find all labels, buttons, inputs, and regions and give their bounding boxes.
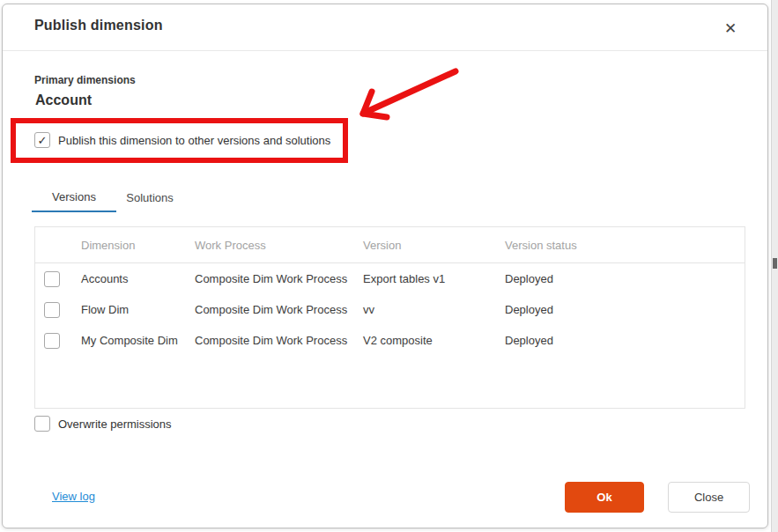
view-log-link[interactable]: View log bbox=[52, 490, 95, 503]
cell-version-status: Deployed bbox=[505, 325, 745, 356]
cell-version: vv bbox=[363, 294, 505, 325]
cell-version-status: Deployed bbox=[505, 294, 745, 325]
overwrite-permissions-row: Overwrite permissions bbox=[34, 416, 172, 432]
versions-table: Dimension Work Process Version Version s… bbox=[34, 226, 745, 409]
publish-dimension-dialog: Publish dimension ✕ Primary dimensions A… bbox=[2, 4, 768, 528]
table-row: Flow Dim Composite Dim Work Process vv D… bbox=[35, 294, 745, 325]
cell-dimension: My Composite Dim bbox=[81, 325, 195, 356]
close-icon[interactable]: ✕ bbox=[718, 16, 743, 41]
col-header-dimension: Dimension bbox=[81, 227, 195, 263]
cell-work-process: Composite Dim Work Process bbox=[195, 263, 363, 295]
header-checkbox-col bbox=[35, 227, 81, 263]
cell-dimension: Accounts bbox=[81, 263, 195, 295]
cell-work-process: Composite Dim Work Process bbox=[195, 294, 363, 325]
dimension-name: Account bbox=[35, 92, 92, 108]
cell-version-status: Deployed bbox=[505, 263, 745, 295]
window-scrollbar[interactable] bbox=[771, 0, 778, 532]
cell-version: Export tables v1 bbox=[363, 263, 505, 295]
scrollbar-thumb[interactable] bbox=[773, 258, 777, 269]
col-header-work-process: Work Process bbox=[195, 227, 363, 263]
publish-checkbox-label: Publish this dimension to other versions… bbox=[58, 134, 330, 147]
publish-checkbox[interactable]: ✓ bbox=[34, 132, 50, 148]
table-row: My Composite Dim Composite Dim Work Proc… bbox=[35, 325, 745, 356]
dialog-header: Publish dimension ✕ bbox=[3, 4, 767, 51]
table-row: Accounts Composite Dim Work Process Expo… bbox=[35, 263, 745, 295]
row-checkbox[interactable] bbox=[44, 302, 60, 318]
cell-work-process: Composite Dim Work Process bbox=[195, 325, 363, 356]
table-header-row: Dimension Work Process Version Version s… bbox=[35, 227, 745, 263]
row-checkbox[interactable] bbox=[44, 333, 60, 349]
col-header-version-status: Version status bbox=[505, 227, 745, 263]
tab-strip: Versions Solutions bbox=[32, 182, 183, 212]
overwrite-permissions-label: Overwrite permissions bbox=[58, 417, 172, 431]
cell-version: V2 composite bbox=[363, 325, 505, 356]
col-header-version: Version bbox=[363, 227, 505, 263]
tab-solutions[interactable]: Solutions bbox=[116, 182, 183, 212]
dialog-title: Publish dimension bbox=[34, 18, 163, 33]
overwrite-permissions-checkbox[interactable] bbox=[34, 416, 50, 432]
ok-button[interactable]: Ok bbox=[565, 482, 644, 513]
publish-checkbox-row: ✓ Publish this dimension to other versio… bbox=[34, 132, 330, 148]
close-button[interactable]: Close bbox=[668, 482, 750, 513]
cell-dimension: Flow Dim bbox=[81, 294, 195, 325]
primary-dimensions-label: Primary dimensions bbox=[34, 74, 136, 86]
check-icon: ✓ bbox=[38, 135, 48, 146]
row-checkbox[interactable] bbox=[44, 271, 60, 287]
tab-versions[interactable]: Versions bbox=[32, 182, 116, 212]
